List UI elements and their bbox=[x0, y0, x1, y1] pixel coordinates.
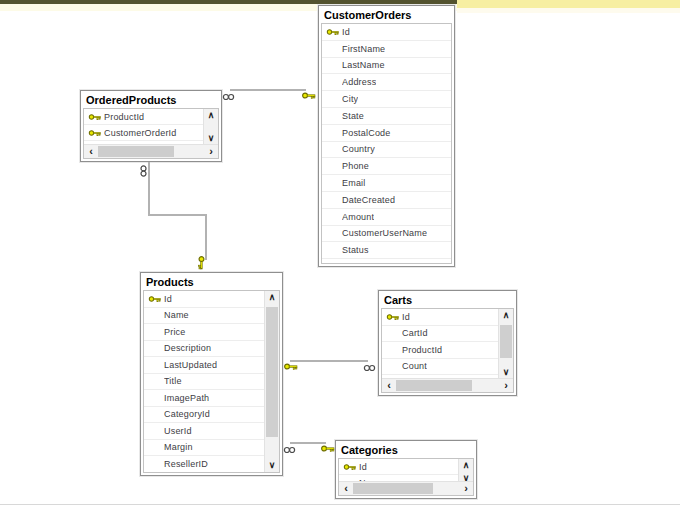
top-accent-pale bbox=[457, 8, 680, 13]
top-accent-yellow bbox=[457, 0, 680, 8]
scroll-up-icon[interactable]: ∧ bbox=[204, 109, 218, 122]
field-row[interactable]: PostalCode bbox=[322, 125, 451, 142]
field-name: PostalCode bbox=[342, 128, 391, 138]
table-categories: Categories IdName∧∨‹› bbox=[335, 440, 477, 499]
scrollbar-thumb[interactable] bbox=[98, 146, 174, 157]
field-name: Description bbox=[164, 343, 211, 353]
primary-key-icon bbox=[382, 313, 402, 321]
field-row[interactable]: CartId bbox=[382, 326, 513, 343]
table-products: Products IdNamePriceDescriptionLastUpdat… bbox=[140, 272, 283, 476]
table-title[interactable]: Carts bbox=[381, 293, 514, 308]
field-name: Price bbox=[164, 327, 186, 337]
scroll-left-icon[interactable]: ‹ bbox=[339, 482, 353, 495]
scrollbar-thumb[interactable] bbox=[396, 380, 472, 391]
scroll-left-icon[interactable]: ‹ bbox=[382, 379, 396, 392]
field-name: ResellerID bbox=[164, 459, 208, 469]
vertical-scrollbar[interactable]: ∧∨ bbox=[264, 291, 279, 472]
field-name: LastName bbox=[342, 60, 385, 70]
field-row[interactable]: CustomerOrderId bbox=[84, 125, 218, 141]
table-fields: IdNamePriceDescriptionLastUpdatedTitleIm… bbox=[143, 290, 280, 473]
field-row[interactable]: FirstName bbox=[322, 41, 451, 58]
table-title[interactable]: Categories bbox=[338, 443, 474, 458]
field-row[interactable]: UserId bbox=[144, 423, 279, 440]
field-row[interactable]: CategoryId bbox=[144, 407, 279, 424]
scrollbar-thumb[interactable] bbox=[500, 325, 512, 358]
field-row[interactable]: ImagePath bbox=[144, 390, 279, 407]
scroll-up-icon[interactable]: ∧ bbox=[265, 291, 279, 304]
field-name: CustomerUserName bbox=[342, 228, 427, 238]
scroll-left-icon[interactable]: ‹ bbox=[84, 145, 98, 158]
scrollbar-thumb[interactable] bbox=[266, 307, 278, 437]
field-row[interactable]: Address bbox=[322, 74, 451, 91]
table-fields: IdName∧∨‹› bbox=[338, 458, 474, 496]
field-name: CustomerOrderId bbox=[104, 128, 177, 138]
field-row[interactable]: Id bbox=[322, 24, 451, 41]
field-row[interactable]: Amount bbox=[322, 209, 451, 226]
vertical-scrollbar[interactable]: ∧∨ bbox=[498, 309, 513, 379]
field-name: CategoryId bbox=[164, 409, 210, 419]
infinity-end-icon bbox=[146, 165, 154, 178]
key-end-icon bbox=[301, 86, 316, 95]
field-row[interactable]: Title bbox=[144, 374, 279, 391]
primary-key-icon bbox=[144, 295, 164, 303]
field-row[interactable]: ResellerID bbox=[144, 456, 279, 473]
table-title[interactable]: CustomerOrders bbox=[321, 8, 452, 23]
scrollbar-thumb[interactable] bbox=[353, 483, 433, 494]
relation-line[interactable] bbox=[230, 89, 306, 91]
relation-line[interactable] bbox=[290, 360, 368, 362]
field-name: ProductId bbox=[402, 345, 442, 355]
field-row[interactable]: Margin bbox=[144, 440, 279, 457]
field-row[interactable]: Name bbox=[144, 308, 279, 325]
field-row[interactable]: DateCreated bbox=[322, 192, 451, 209]
scroll-up-icon[interactable]: ∧ bbox=[459, 459, 473, 472]
vertical-scrollbar[interactable]: ∧∨ bbox=[203, 109, 218, 145]
field-row[interactable]: Id bbox=[144, 291, 279, 308]
field-row[interactable]: Country bbox=[322, 142, 451, 159]
field-row[interactable]: ProductId bbox=[382, 342, 513, 359]
field-row[interactable]: Id bbox=[382, 309, 513, 326]
primary-key-icon bbox=[339, 463, 359, 471]
field-row[interactable]: CustomerUserName bbox=[322, 226, 451, 243]
vertical-scrollbar[interactable]: ∧∨ bbox=[458, 459, 473, 482]
field-name: Amount bbox=[342, 212, 374, 222]
field-row[interactable]: Status bbox=[322, 242, 451, 259]
relation-line[interactable] bbox=[148, 214, 207, 216]
key-end-icon bbox=[283, 357, 298, 366]
horizontal-scrollbar[interactable]: ‹› bbox=[339, 481, 473, 495]
table-title[interactable]: Products bbox=[143, 275, 280, 290]
relation-line[interactable] bbox=[205, 214, 207, 260]
scroll-down-icon[interactable]: ∨ bbox=[265, 459, 279, 472]
infinity-end-icon bbox=[222, 87, 235, 95]
field-row[interactable]: ProductId bbox=[84, 109, 218, 125]
field-row[interactable]: LastUpdated bbox=[144, 357, 279, 374]
field-name: Count bbox=[402, 361, 427, 371]
primary-key-icon bbox=[84, 129, 104, 137]
field-row[interactable]: City bbox=[322, 91, 451, 108]
field-name: Phone bbox=[342, 161, 369, 171]
key-end-icon bbox=[320, 439, 335, 448]
field-row[interactable]: State bbox=[322, 108, 451, 125]
field-row[interactable]: LastName bbox=[322, 58, 451, 75]
field-name: Id bbox=[164, 294, 172, 304]
field-row[interactable]: Count bbox=[382, 359, 513, 376]
scroll-up-icon[interactable]: ∧ bbox=[499, 309, 513, 322]
table-title[interactable]: OrderedProducts bbox=[83, 93, 219, 108]
field-name: Id bbox=[359, 462, 367, 472]
field-row[interactable]: Id bbox=[339, 459, 473, 475]
scroll-right-icon[interactable]: › bbox=[204, 145, 218, 158]
table-customer-orders: CustomerOrders IdFirstNameLastNameAddres… bbox=[318, 5, 455, 267]
field-row[interactable]: Description bbox=[144, 341, 279, 358]
field-name: FirstName bbox=[342, 44, 385, 54]
primary-key-icon bbox=[322, 28, 342, 36]
field-row[interactable]: Phone bbox=[322, 158, 451, 175]
field-name: LastUpdated bbox=[164, 360, 217, 370]
scroll-right-icon[interactable]: › bbox=[459, 482, 473, 495]
field-row[interactable]: Email bbox=[322, 175, 451, 192]
horizontal-scrollbar[interactable]: ‹› bbox=[84, 144, 218, 158]
field-row[interactable]: Price bbox=[144, 324, 279, 341]
scroll-right-icon[interactable]: › bbox=[499, 379, 513, 392]
field-name: Email bbox=[342, 178, 366, 188]
field-name: Country bbox=[342, 144, 375, 154]
horizontal-scrollbar[interactable]: ‹› bbox=[382, 378, 513, 392]
field-name: DateCreated bbox=[342, 195, 395, 205]
